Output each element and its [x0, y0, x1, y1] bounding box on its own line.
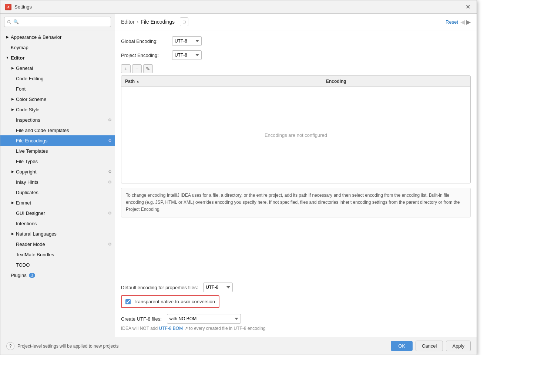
sidebar-item-inlay-hints[interactable]: ▶ Inlay Hints ⚙ [0, 177, 115, 187]
sidebar-item-appearance[interactable]: ▶ Appearance & Behavior [0, 32, 115, 42]
gear-icon: ⚙ [108, 118, 112, 122]
sidebar-item-file-code-templates[interactable]: ▶ File and Code Templates [0, 125, 115, 135]
content-area: Editor › File Encodings ⊟ Reset ◀ ▶ Glob… [115, 14, 477, 337]
sidebar-item-natural-languages[interactable]: ▶ Natural Languages [0, 229, 115, 239]
sort-icon: ▲ [136, 80, 140, 83]
search-input[interactable] [4, 17, 111, 27]
sidebar-item-editor[interactable]: ▼ Editor [0, 53, 115, 63]
sidebar-item-label: Code Editing [16, 76, 43, 81]
project-encoding-select[interactable]: UTF-8 [172, 50, 202, 60]
close-button[interactable]: ✕ [463, 3, 472, 11]
titlebar: J Settings ✕ [0, 0, 477, 14]
note-row: IDEA will NOT add UTF-8 BOM ↗ to every c… [121, 326, 471, 331]
default-encoding-label: Default encoding for properties files: [121, 285, 198, 290]
sidebar-item-label: Color Scheme [16, 97, 46, 102]
sidebar-item-live-templates[interactable]: ▶ Live Templates [0, 146, 115, 156]
svg-text:J: J [7, 6, 9, 9]
gear-icon: ⚙ [108, 211, 112, 216]
global-encoding-select[interactable]: UTF-8 [172, 36, 202, 46]
note-text-suffix: ↗ to every created file in UTF-8 encodin… [184, 326, 266, 331]
compact-view-button[interactable]: ⊟ [180, 17, 188, 26]
table-empty-text: Encodings are not configured [265, 132, 327, 138]
sidebar-item-todo[interactable]: ▶ TODO [0, 260, 115, 270]
reset-button[interactable]: Reset [446, 19, 458, 25]
sidebar-item-keymap[interactable]: ▶ Keymap [0, 42, 115, 53]
sidebar-item-gui-designer[interactable]: ▶ GUI Designer ⚙ [0, 208, 115, 218]
table-body: Encodings are not configured [121, 87, 470, 183]
transparent-conversion-checkbox[interactable] [125, 299, 131, 304]
default-encoding-select[interactable]: UTF-8 [203, 283, 233, 292]
sidebar-item-label: TextMate Bundles [16, 252, 54, 257]
project-encoding-row: Project Encoding: UTF-8 [121, 50, 471, 60]
sidebar-item-reader-mode[interactable]: ▶ Reader Mode ⚙ [0, 239, 115, 249]
sidebar-item-code-editing[interactable]: ▶ Code Editing [0, 73, 115, 84]
gear-icon: ⚙ [108, 138, 112, 143]
utf8-bom-link[interactable]: UTF-8 BOM [159, 326, 183, 331]
nav-forward-icon[interactable]: ▶ [466, 18, 471, 26]
sidebar-item-label: Keymap [11, 45, 28, 50]
sidebar-item-file-encodings[interactable]: ▶ File Encodings ⚙ [0, 135, 115, 146]
breadcrumb-current: File Encodings [141, 19, 175, 25]
content-body: Global Encoding: UTF-8 Project Encoding:… [115, 30, 477, 283]
footer-note: Project-level settings will be applied t… [17, 344, 118, 349]
sidebar-item-inspections[interactable]: ▶ Inspections ⚙ [0, 115, 115, 125]
apply-button[interactable]: Apply [446, 341, 471, 351]
gear-icon: ⚙ [108, 180, 112, 185]
sidebar-item-label: Appearance & Behavior [11, 34, 61, 40]
gear-icon: ⚙ [108, 242, 112, 247]
project-encoding-label: Project Encoding: [121, 53, 169, 58]
sidebar-item-emmet[interactable]: ▶ Emmet [0, 197, 115, 208]
sidebar-item-label: File Encodings [16, 138, 47, 143]
sidebar-item-textmate-bundles[interactable]: ▶ TextMate Bundles [0, 249, 115, 260]
table-header: Path ▲ Encoding [121, 76, 470, 87]
sidebar-item-label: Copyright [16, 169, 37, 175]
cancel-button[interactable]: Cancel [416, 341, 443, 351]
sidebar-item-general[interactable]: ▶ General [0, 63, 115, 73]
ok-button[interactable]: OK [391, 341, 413, 351]
app-icon: J [5, 4, 11, 10]
sidebar-item-copyright[interactable]: ▶ Copyright ⚙ [0, 166, 115, 177]
create-utf8-select[interactable]: with NO BOM [167, 314, 241, 324]
bottom-section: Default encoding for properties files: U… [115, 283, 477, 337]
sidebar-item-label: Natural Languages [16, 231, 57, 237]
note-text-prefix: IDEA will NOT add [121, 326, 158, 331]
sidebar-item-label: Inspections [16, 117, 40, 123]
add-encoding-button[interactable]: + [121, 64, 131, 73]
sidebar-item-label: General [16, 65, 33, 71]
sidebar-item-label: Duplicates [16, 190, 38, 195]
breadcrumb-separator: › [137, 19, 139, 25]
sidebar-item-label: Intentions [16, 221, 37, 226]
encoding-column-header: Encoding [322, 79, 470, 84]
remove-encoding-button[interactable]: − [132, 64, 142, 73]
sidebar: ▶ Appearance & Behavior ▶ Keymap ▼ Edito… [0, 14, 115, 337]
edit-encoding-button[interactable]: ✎ [143, 64, 153, 73]
titlebar-left: J Settings [5, 4, 32, 10]
sidebar-item-file-types[interactable]: ▶ File Types [0, 156, 115, 166]
sidebar-item-label: Live Templates [16, 148, 48, 154]
sidebar-item-plugins[interactable]: ▶ Plugins 3 [0, 270, 115, 280]
sidebar-item-font[interactable]: ▶ Font [0, 84, 115, 94]
chevron-right-icon: ▶ [10, 169, 15, 174]
sidebar-item-label: GUI Designer [16, 210, 45, 216]
chevron-right-icon: ▶ [10, 107, 15, 112]
chevron-right-icon: ▶ [10, 200, 15, 205]
encodings-table: Path ▲ Encoding Encodings are not config… [121, 75, 471, 183]
sidebar-item-label: Emmet [16, 200, 31, 206]
default-encoding-row: Default encoding for properties files: U… [121, 283, 471, 292]
chevron-right-icon: ▶ [10, 97, 15, 102]
chevron-right-icon: ▶ [5, 34, 10, 40]
bottom-bar: ? Project-level settings will be applied… [0, 337, 477, 355]
sidebar-item-duplicates[interactable]: ▶ Duplicates [0, 187, 115, 197]
header-tools: ⊟ [180, 17, 188, 26]
sidebar-item-code-style[interactable]: ▶ Code Style [0, 104, 115, 115]
sidebar-tree: ▶ Appearance & Behavior ▶ Keymap ▼ Edito… [0, 30, 115, 337]
create-utf8-label: Create UTF-8 files: [121, 316, 162, 322]
help-button[interactable]: ? [6, 342, 14, 350]
sidebar-item-label: Font [16, 86, 26, 92]
nav-back-icon[interactable]: ◀ [460, 18, 465, 26]
sidebar-item-label: Plugins [11, 273, 27, 278]
sidebar-item-color-scheme[interactable]: ▶ Color Scheme [0, 94, 115, 104]
create-utf8-row: Create UTF-8 files: with NO BOM [121, 314, 471, 324]
breadcrumb-parent: Editor [121, 19, 135, 25]
sidebar-item-intentions[interactable]: ▶ Intentions [0, 218, 115, 229]
